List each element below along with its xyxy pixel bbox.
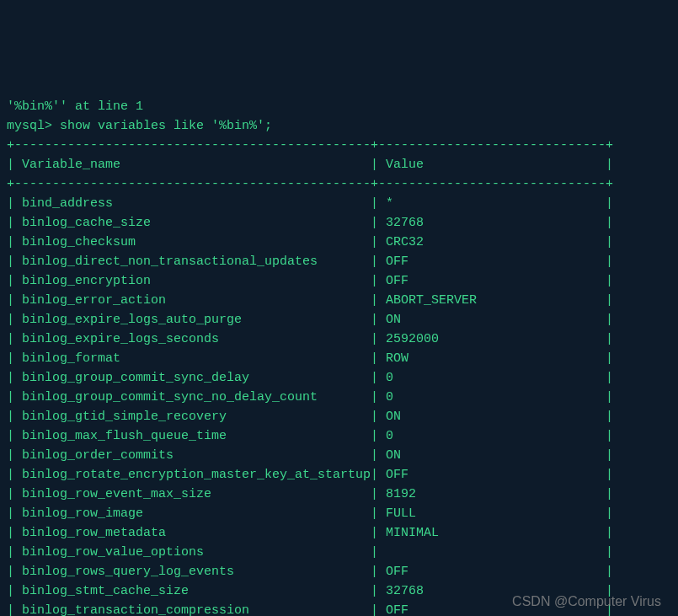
table-separator-mid: +---------------------------------------… [7, 177, 613, 191]
table-separator-top: +---------------------------------------… [7, 138, 613, 153]
watermark-text: CSDN @Computer Virus [512, 592, 661, 611]
terminal-output: '%bin%'' at line 1 mysql> show variables… [0, 78, 678, 616]
mysql-prompt-line[interactable]: mysql> show variables like '%bin%'; [7, 119, 272, 133]
table-header-row: | Variable_name | Value | [7, 158, 613, 172]
table-body: | bind_address | * | | binlog_cache_size… [7, 196, 613, 616]
error-line: '%bin%'' at line 1 [7, 99, 143, 114]
command-text: show variables like '%bin%'; [60, 119, 272, 133]
prompt-label: mysql> [7, 119, 52, 133]
